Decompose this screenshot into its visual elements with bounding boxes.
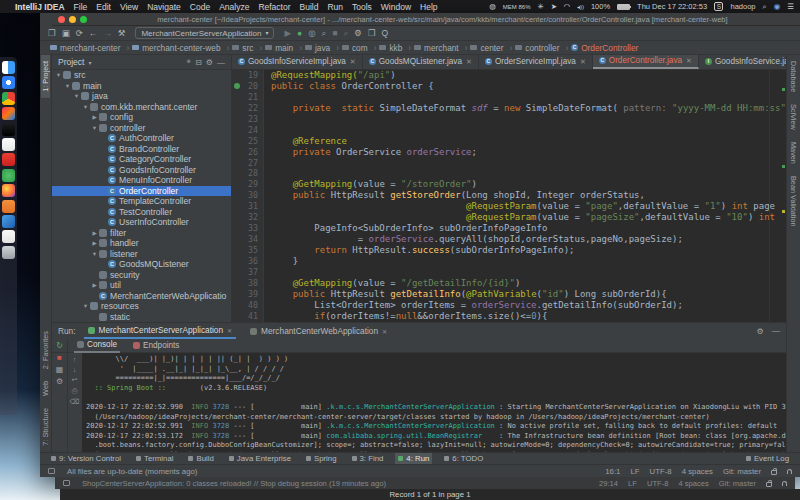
rerun-icon[interactable]: ↻ <box>56 341 63 350</box>
dock-firefox-icon[interactable] <box>2 184 15 197</box>
lock-icon[interactable] <box>771 470 777 475</box>
tree-node-MenuInfoController[interactable]: CMenuInfoController <box>52 175 231 186</box>
grid-icon[interactable]: ▦ <box>56 365 64 374</box>
tool-stripe-project[interactable]: 1: Project <box>41 55 50 98</box>
toolwindow-button-find[interactable]: 3: Find <box>349 453 387 465</box>
tree-node-GoodsInfoController[interactable]: CGoodsInfoController <box>52 165 231 176</box>
toolwindow-button-build[interactable]: Build <box>185 453 216 465</box>
tool-stripe-web[interactable]: Web <box>41 375 50 402</box>
close-tab-icon[interactable]: ✕ <box>686 57 692 65</box>
editor-tab-OrderServiceImpl.java[interactable]: COrderServiceImpl.java✕ <box>479 55 593 69</box>
soft-wrap-icon[interactable]: ↩ <box>72 376 78 384</box>
tree-expand-icon[interactable]: ▶ <box>91 240 98 246</box>
dock-terminal-icon[interactable] <box>2 123 15 136</box>
docker-icon[interactable]: ◍ <box>489 2 496 11</box>
search-everywhere-icon[interactable]: ⌕ <box>344 27 349 40</box>
menu-help[interactable]: Help <box>420 2 437 12</box>
tree-expand-icon[interactable]: ▶ <box>91 230 98 236</box>
close-tab-icon[interactable]: ✕ <box>580 58 586 66</box>
tree-node-src[interactable]: ▼src <box>52 70 231 81</box>
view-tab-endpoints[interactable]: Endpoints <box>130 339 182 353</box>
stop-icon[interactable]: ■ <box>332 27 337 40</box>
zoom-window-button[interactable] <box>80 16 87 23</box>
tree-node-TestController[interactable]: CTestController <box>52 207 231 218</box>
tool-stripe-maven[interactable]: Maven <box>789 136 798 170</box>
code-editor[interactable]: 1920212223242526272829303132333435363738… <box>232 70 786 322</box>
user-name[interactable]: hadoop <box>730 2 755 11</box>
close-tab-icon[interactable]: ✕ <box>382 328 387 335</box>
notifications-icon[interactable] <box>787 469 792 474</box>
menu-code[interactable]: Code <box>190 2 210 12</box>
volume-icon[interactable]: ◂)) <box>577 3 584 10</box>
project-structure-icon[interactable]: ❒ <box>368 27 376 40</box>
toolwindow-button-spring[interactable]: Spring <box>303 453 340 465</box>
breadcrumb-item-kkb[interactable]: kkb› <box>379 43 411 53</box>
breadcrumb-item-center[interactable]: center› <box>470 43 512 53</box>
tree-node-OrderController[interactable]: COrderController <box>52 186 231 197</box>
breadcrumb-item-main[interactable]: main› <box>265 43 302 53</box>
forward-icon[interactable]: → <box>103 27 112 40</box>
editor-scrollbar[interactable] <box>781 70 786 322</box>
close-tab-icon[interactable]: ✕ <box>350 58 356 66</box>
tree-node-filter[interactable]: ▶filter <box>52 228 231 239</box>
tree-node-BrandController[interactable]: CBrandController <box>52 144 231 155</box>
toolwindow-button-javaenterprise[interactable]: Java Enterprise <box>226 453 294 465</box>
debug-icon[interactable]: ● <box>297 27 302 40</box>
tool-stripe-sciview[interactable]: SciView <box>789 98 798 136</box>
window-titlebar[interactable]: merchant-center [~/IdeaProjects/merchant… <box>52 13 800 26</box>
tree-expand-icon[interactable]: ▼ <box>73 93 80 99</box>
scroll-down-icon[interactable]: ↓ <box>73 366 77 373</box>
menu-analyze[interactable]: Analyze <box>219 2 249 12</box>
dock-drawio-icon[interactable] <box>2 200 15 213</box>
tree-expand-icon[interactable]: ▼ <box>91 251 98 257</box>
editor-tab-GoodsMQListener.java[interactable]: CGoodsMQListener.java✕ <box>363 55 479 69</box>
tree-node-resources[interactable]: ▼resources <box>52 301 231 312</box>
tool-stripe-favorites[interactable]: 2: Favorites <box>41 325 50 375</box>
tree-node-util[interactable]: ▶util <box>52 280 231 291</box>
wifi-icon[interactable]: ◠ <box>564 2 570 11</box>
tool-stripe-structure[interactable]: 7: Structure <box>41 402 50 452</box>
close-window-button[interactable] <box>58 16 65 23</box>
dock-typora-icon[interactable] <box>2 138 15 151</box>
breadcrumb-item-controller[interactable]: controller› <box>515 43 568 53</box>
run-class-gutter-icon[interactable] <box>234 83 240 89</box>
print-icon[interactable]: ⎙ <box>72 387 78 395</box>
close-tab-icon[interactable]: ✕ <box>466 58 472 66</box>
editor-tab-OrderController.java[interactable]: COrderController.java✕ <box>593 55 699 69</box>
tree-node-listener[interactable]: ▼listener <box>52 249 231 260</box>
sync-icon[interactable]: ⟳ <box>76 27 83 40</box>
breadcrumb-item-merchant-center[interactable]: merchant-center› <box>50 43 129 53</box>
open-project-icon[interactable]: ❐ <box>48 27 56 40</box>
tree-expand-icon[interactable]: ▶ <box>91 114 98 120</box>
run-tab-MerchantCenterWebApplication[interactable]: MerchantCenterWebApplication✕ <box>246 323 391 339</box>
editor-code-area[interactable]: @RequestMapping("/api")public class Orde… <box>265 70 786 322</box>
build-icon[interactable]: ⚒ <box>118 27 126 40</box>
tree-node-security[interactable]: security <box>52 270 231 281</box>
menu-refactor[interactable]: Refactor <box>258 2 290 12</box>
control-center-icon[interactable]: ☰ <box>787 2 794 11</box>
siri-icon[interactable]: ◉ <box>774 2 781 11</box>
dock-finder-icon[interactable] <box>2 61 15 74</box>
hide-panel-icon[interactable]: — <box>217 58 225 67</box>
tree-node-handler[interactable]: ▶handler <box>52 238 231 249</box>
dock-cajviewer-icon[interactable] <box>2 169 15 182</box>
menu-tools[interactable]: Tools <box>352 2 372 12</box>
menubar-clock[interactable]: Thu Dec 17 22:02:53 <box>637 2 707 11</box>
tree-expand-icon[interactable]: ▼ <box>91 125 98 131</box>
tree-expand-icon[interactable]: ▼ <box>55 72 62 78</box>
dock-vscode-icon[interactable] <box>2 230 15 243</box>
run-tab-MerchantCenterServerApplication[interactable]: MerchantCenterServerApplication✕ <box>84 323 237 339</box>
breadcrumb-item-merchant-center-web[interactable]: merchant-center-web› <box>132 43 229 53</box>
dock-safari-icon[interactable] <box>2 76 15 89</box>
dock-xmind-icon[interactable] <box>2 153 15 166</box>
tree-node-static[interactable]: static <box>52 312 231 323</box>
project-panel-title[interactable]: Project <box>58 57 84 67</box>
tree-expand-icon[interactable]: ▶ <box>91 282 98 288</box>
event-log-button[interactable]: Event Log <box>743 453 792 465</box>
tree-node-com.kkb.merchant.center[interactable]: ▼com.kkb.merchant.center <box>52 102 231 113</box>
coverage-icon[interactable]: ◎ <box>308 27 315 40</box>
tree-node-AuthController[interactable]: CAuthController <box>52 133 231 144</box>
toolwindow-button-run[interactable]: 4: Run <box>395 453 432 465</box>
hide-panel-icon[interactable]: — <box>772 326 780 336</box>
toolwindow-button-todo[interactable]: 6: TODO <box>441 453 486 465</box>
